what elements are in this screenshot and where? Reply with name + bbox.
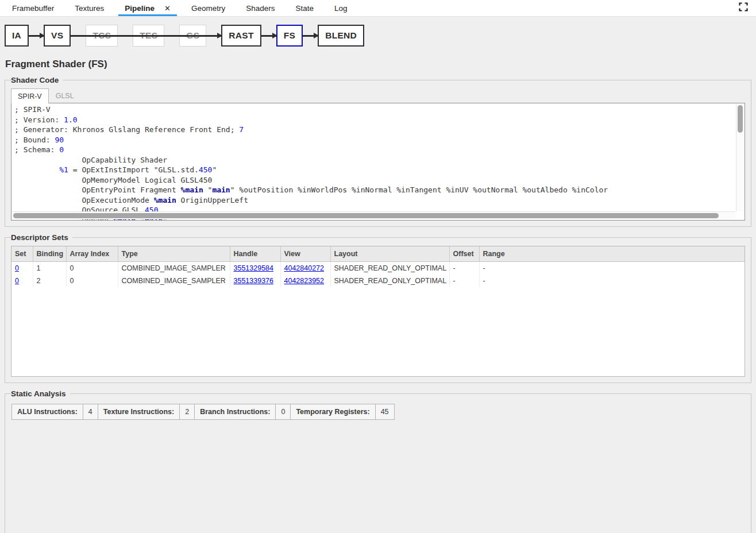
spirv-disassembly: ; SPIR-V; Version: 1.0; Generator: Khron… bbox=[11, 103, 745, 221]
stage-label: TCS bbox=[92, 30, 111, 41]
stage-gs[interactable]: GS bbox=[179, 25, 206, 47]
code-line: ; Version: 1.0 bbox=[14, 115, 745, 125]
horizontal-scrollbar-thumb[interactable] bbox=[13, 213, 719, 218]
tab-textures[interactable]: Textures bbox=[64, 0, 114, 16]
tab-label: Geometry bbox=[191, 4, 225, 13]
stat-value: 45 bbox=[376, 404, 394, 419]
code-line: OpExecutionMode %main OriginUpperLeft bbox=[14, 195, 745, 206]
code-line: OpMemoryModel Logical GLSL450 bbox=[14, 175, 745, 186]
shader-code-legend: Shader Code bbox=[11, 76, 63, 84]
tab-shaders[interactable]: Shaders bbox=[236, 0, 285, 16]
table-header-row: SetBindingArray IndexTypeHandleViewLayou… bbox=[11, 246, 745, 262]
table-cell: 2 bbox=[33, 275, 66, 287]
descriptor-sets-legend: Descriptor Sets bbox=[11, 233, 72, 242]
code-line: %1 = OpExtInstImport "GLSL.std.450" bbox=[14, 165, 745, 175]
tab-label: Log bbox=[334, 4, 348, 13]
column-header-type[interactable]: Type bbox=[118, 246, 230, 262]
tab-close-icon[interactable]: ✕ bbox=[164, 4, 171, 13]
pipeline-page: IAVSTCSTESGSRASTFSBLEND Fragment Shader … bbox=[0, 17, 756, 533]
resource-link[interactable]: 0 bbox=[15, 264, 19, 272]
stage-blend[interactable]: BLEND bbox=[318, 25, 364, 47]
table-cell: COMBINED_IMAGE_SAMPLER bbox=[118, 275, 230, 287]
resource-link[interactable]: 4042840272 bbox=[284, 264, 325, 272]
code-tab-glsl[interactable]: GLSL bbox=[49, 88, 81, 103]
tab-log[interactable]: Log bbox=[324, 0, 358, 16]
resource-link[interactable]: 3551339376 bbox=[234, 277, 274, 285]
stat-value: 4 bbox=[83, 404, 98, 419]
table-cell: 0 bbox=[66, 262, 118, 275]
stat-label: Branch Instructions: bbox=[195, 404, 276, 419]
flow-arrow bbox=[261, 35, 276, 37]
tab-geometry[interactable]: Geometry bbox=[181, 0, 236, 16]
descriptor-sets-section: Descriptor Sets SetBindingArray IndexTyp… bbox=[5, 233, 751, 383]
tab-label: Shaders bbox=[246, 4, 275, 13]
static-analysis-section: Static Analysis ALU Instructions:4Textur… bbox=[5, 389, 751, 533]
stage-rast[interactable]: RAST bbox=[221, 25, 261, 47]
stage-tes[interactable]: TES bbox=[133, 25, 164, 47]
column-header-view[interactable]: View bbox=[280, 246, 330, 262]
code-line: ; SPIR-V bbox=[14, 105, 745, 115]
fullscreen-button[interactable] bbox=[731, 0, 756, 16]
table-cell: COMBINED_IMAGE_SAMPLER bbox=[118, 262, 230, 275]
resource-link[interactable]: 3551329584 bbox=[234, 264, 274, 272]
tab-label: Pipeline bbox=[125, 4, 155, 13]
table-cell: 4042840272 bbox=[280, 262, 330, 275]
shader-code-tabs: SPIR-VGLSL bbox=[11, 88, 745, 103]
shader-code-editor[interactable]: ; SPIR-V; Version: 1.0; Generator: Khron… bbox=[11, 103, 745, 221]
table-cell: 3551329584 bbox=[230, 262, 280, 275]
tab-framebuffer[interactable]: Framebuffer bbox=[2, 0, 64, 16]
column-header-offset[interactable]: Offset bbox=[449, 246, 479, 262]
vertical-scrollbar-thumb[interactable] bbox=[738, 105, 743, 133]
stat-label: Temporary Registers: bbox=[291, 404, 375, 419]
tab-label: Framebuffer bbox=[12, 4, 54, 13]
stat-label: ALU Instructions: bbox=[12, 404, 83, 419]
column-header-binding[interactable]: Binding bbox=[33, 246, 66, 262]
horizontal-scrollbar[interactable] bbox=[12, 211, 735, 219]
page-title: Fragment Shader (FS) bbox=[5, 59, 756, 70]
static-analysis-legend: Static Analysis bbox=[11, 389, 70, 398]
table-cell: 1 bbox=[33, 262, 66, 275]
code-line: OpCapability Shader bbox=[14, 155, 745, 165]
stage-vs[interactable]: VS bbox=[44, 25, 71, 47]
table-cell: 4042823952 bbox=[280, 275, 330, 287]
column-header-layout[interactable]: Layout bbox=[330, 246, 449, 262]
table-row: 010COMBINED_IMAGE_SAMPLER355132958440428… bbox=[11, 262, 745, 275]
stage-tcs[interactable]: TCS bbox=[86, 25, 118, 47]
code-tab-spir-v[interactable]: SPIR-V bbox=[11, 88, 49, 103]
stat-label: Texture Instructions: bbox=[98, 404, 180, 419]
stage-label: VS bbox=[51, 30, 63, 41]
flow-line bbox=[118, 35, 133, 37]
table-cell: - bbox=[479, 262, 745, 275]
tab-state[interactable]: State bbox=[286, 0, 325, 16]
table-cell: 3551339376 bbox=[230, 275, 280, 287]
tab-strip: FramebufferTexturesPipeline✕GeometryShad… bbox=[0, 0, 358, 16]
fullscreen-icon bbox=[739, 2, 748, 14]
stage-label: BLEND bbox=[325, 30, 357, 41]
stage-label: TES bbox=[140, 30, 157, 41]
resource-link[interactable]: 4042823952 bbox=[284, 277, 325, 285]
code-line: ; Bound: 90 bbox=[14, 135, 745, 145]
column-header-handle[interactable]: Handle bbox=[230, 246, 280, 262]
table-cell: 0 bbox=[11, 262, 33, 275]
stage-ia[interactable]: IA bbox=[5, 25, 29, 47]
flow-line bbox=[164, 35, 179, 37]
table-row: 020COMBINED_IMAGE_SAMPLER355133937640428… bbox=[11, 275, 745, 287]
static-analysis-body: ALU Instructions:4Texture Instructions:2… bbox=[11, 402, 745, 531]
code-line: OpEntryPoint Fragment %main "main" %outP… bbox=[14, 185, 745, 195]
tab-label: State bbox=[296, 4, 314, 13]
column-header-range[interactable]: Range bbox=[479, 246, 745, 262]
column-header-array-index[interactable]: Array Index bbox=[66, 246, 118, 262]
app-window: FramebufferTexturesPipeline✕GeometryShad… bbox=[0, 0, 756, 533]
resource-link[interactable]: 0 bbox=[15, 277, 19, 285]
stage-fs[interactable]: FS bbox=[276, 25, 303, 47]
flow-arrow bbox=[29, 35, 44, 37]
flow-arrow bbox=[206, 35, 221, 37]
stage-label: FS bbox=[284, 30, 295, 41]
static-analysis-stats: ALU Instructions:4Texture Instructions:2… bbox=[11, 404, 395, 420]
tab-pipeline[interactable]: Pipeline✕ bbox=[114, 0, 181, 16]
table-cell: - bbox=[479, 275, 745, 287]
vertical-scrollbar[interactable] bbox=[736, 104, 744, 211]
table-cell: - bbox=[449, 262, 479, 275]
table-cell: SHADER_READ_ONLY_OPTIMAL bbox=[330, 275, 449, 287]
column-header-set[interactable]: Set bbox=[11, 246, 33, 262]
